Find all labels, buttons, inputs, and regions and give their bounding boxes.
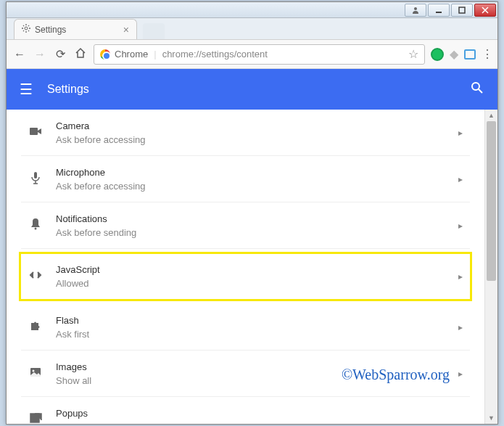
scroll-down-arrow[interactable]: ▼ <box>485 412 497 424</box>
row-popups[interactable]: Popups Blocked <box>21 397 470 424</box>
scroll-thumb[interactable] <box>487 121 496 281</box>
home-button[interactable] <box>73 47 88 62</box>
user-button[interactable] <box>405 4 426 17</box>
row-images[interactable]: Images Show all ▸ <box>21 351 470 397</box>
tab-settings[interactable]: Settings × <box>14 19 137 39</box>
svg-point-8 <box>35 227 37 229</box>
content-area: Camera Ask before accessing ▸ Microphone… <box>7 110 497 424</box>
row-subtitle: Ask first <box>56 329 458 340</box>
tab-close-icon[interactable]: × <box>123 24 129 36</box>
row-title: JavaScript <box>56 264 458 275</box>
forward-button: → <box>33 48 47 61</box>
close-button[interactable] <box>474 4 496 17</box>
svg-rect-6 <box>30 128 38 135</box>
svg-point-4 <box>472 83 479 90</box>
extension-icon-diamond[interactable]: ◆ <box>450 47 458 61</box>
popup-icon <box>25 411 46 424</box>
code-icon <box>25 268 46 285</box>
row-subtitle: Ask before accessing <box>56 134 458 145</box>
row-notifications[interactable]: Notifications Ask before sending ▸ <box>21 202 470 249</box>
row-subtitle: Ask before sending <box>56 227 458 238</box>
row-title: Flash <box>56 315 458 326</box>
svg-rect-2 <box>459 7 465 13</box>
settings-appbar: ☰ Settings <box>7 69 497 110</box>
row-title: Camera <box>56 120 458 131</box>
svg-point-0 <box>414 7 417 10</box>
row-flash[interactable]: Flash Ask first ▸ <box>21 304 470 351</box>
content-settings-list: Camera Ask before accessing ▸ Microphone… <box>7 110 484 424</box>
chevron-right-icon: ▸ <box>458 271 463 282</box>
omnibox-protocol: Chrome <box>115 49 148 60</box>
chevron-right-icon: ▸ <box>458 128 463 138</box>
browser-menu-button[interactable]: ⋮ <box>482 47 492 61</box>
extension-icon-device[interactable] <box>464 49 476 60</box>
vertical-scrollbar[interactable]: ▲ ▼ <box>484 110 497 424</box>
tab-title: Settings <box>35 25 66 35</box>
chrome-icon <box>100 49 110 60</box>
image-icon <box>25 365 46 382</box>
search-icon[interactable] <box>470 81 484 99</box>
row-javascript[interactable]: JavaScript Allowed ▸ <box>19 252 472 301</box>
row-title: Popups <box>56 408 463 419</box>
omnibox-url: chrome://settings/content <box>162 49 408 60</box>
chevron-right-icon: ▸ <box>458 369 463 379</box>
maximize-button[interactable] <box>451 4 473 17</box>
row-title: Notifications <box>56 213 458 224</box>
svg-point-10 <box>33 369 35 372</box>
scroll-up-arrow[interactable]: ▲ <box>485 110 497 121</box>
minimize-button[interactable] <box>428 4 450 17</box>
row-title: Images <box>56 361 458 372</box>
bell-icon <box>25 217 46 234</box>
bookmark-star-icon[interactable]: ☆ <box>408 47 418 61</box>
row-microphone[interactable]: Microphone Ask before accessing ▸ <box>21 156 470 202</box>
titlebar <box>7 2 497 18</box>
address-bar[interactable]: Chrome | chrome://settings/content ☆ <box>94 44 425 65</box>
gear-icon <box>22 24 30 35</box>
tab-bar: Settings × <box>7 18 497 40</box>
puzzle-icon <box>25 319 46 336</box>
svg-rect-7 <box>34 172 37 179</box>
row-title: Microphone <box>56 167 458 178</box>
back-button[interactable]: ← <box>12 48 27 61</box>
page-title: Settings <box>47 83 89 96</box>
browser-window: Settings × ← → ⟳ Chrome | chrome://setti… <box>6 1 498 425</box>
extension-icon-green[interactable] <box>431 48 444 61</box>
row-subtitle: Ask before accessing <box>56 181 458 192</box>
row-subtitle: Show all <box>56 375 458 386</box>
svg-point-3 <box>25 27 28 30</box>
svg-rect-1 <box>436 12 442 13</box>
camera-icon <box>25 124 46 142</box>
chevron-right-icon: ▸ <box>458 221 463 231</box>
new-tab-button[interactable] <box>143 23 165 39</box>
reload-button[interactable]: ⟳ <box>53 47 67 61</box>
svg-line-5 <box>479 89 482 93</box>
row-subtitle: Allowed <box>56 278 458 289</box>
hamburger-icon[interactable]: ☰ <box>20 81 33 98</box>
microphone-icon <box>25 171 46 188</box>
row-subtitle: Blocked <box>56 422 463 424</box>
row-camera[interactable]: Camera Ask before accessing ▸ <box>21 110 470 156</box>
toolbar: ← → ⟳ Chrome | chrome://settings/content… <box>7 40 497 69</box>
chevron-right-icon: ▸ <box>458 322 463 332</box>
chevron-right-icon: ▸ <box>458 174 463 184</box>
